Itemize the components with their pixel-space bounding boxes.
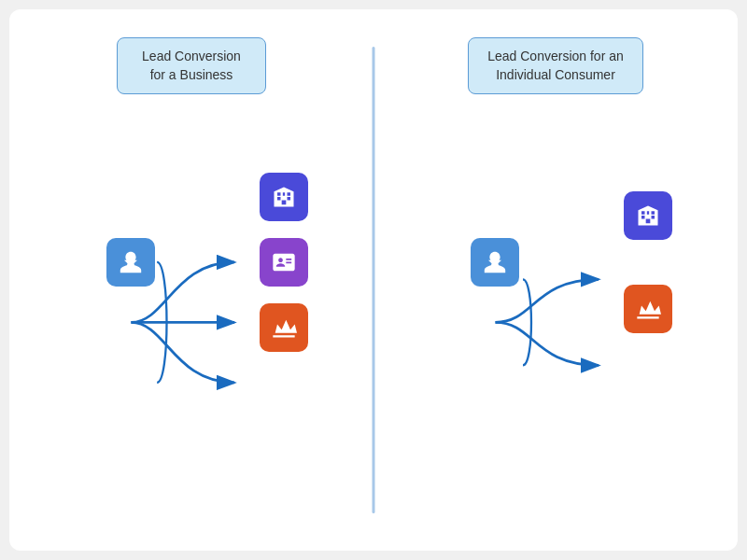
right-account-icon	[624, 191, 672, 240]
left-account-icon	[260, 173, 308, 221]
right-diagram	[392, 113, 719, 532]
right-title-box: Lead Conversion for an Individual Consum…	[468, 37, 643, 94]
left-diagram	[28, 113, 355, 532]
left-title-text2: for a Business	[150, 67, 233, 82]
main-container: Lead Conversion for a Business	[9, 9, 738, 551]
right-lead-icon	[471, 238, 519, 287]
right-panel: Lead Conversion for an Individual Consum…	[374, 9, 738, 551]
left-panel: Lead Conversion for a Business	[9, 9, 374, 551]
left-contact-icon	[260, 238, 308, 287]
left-title-text: Lead Conversion	[142, 49, 241, 63]
left-opportunity-icon	[260, 303, 308, 352]
right-title-text2: Individual Consumer	[496, 67, 615, 82]
right-opportunity-icon	[624, 285, 672, 333]
right-title-text: Lead Conversion for an	[487, 49, 624, 63]
left-lead-icon	[106, 238, 155, 287]
left-title-box: Lead Conversion for a Business	[117, 37, 266, 94]
